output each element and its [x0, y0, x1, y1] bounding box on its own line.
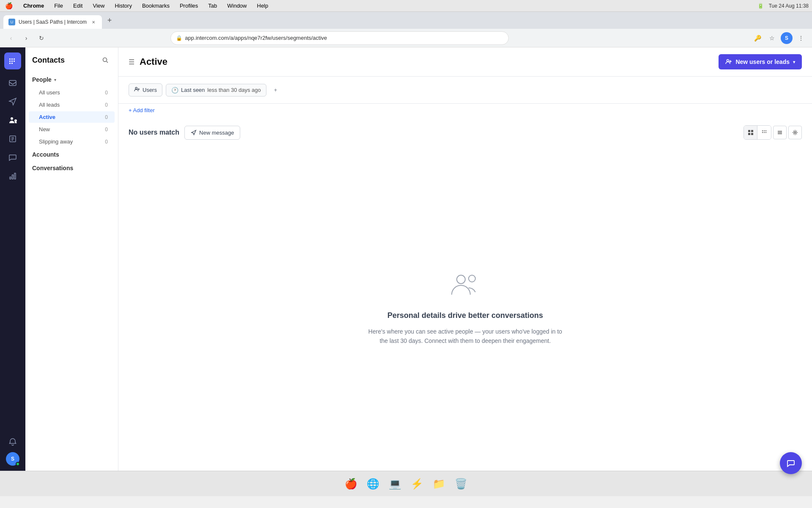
sidebar-item-active[interactable]: Active 0: [29, 111, 115, 123]
battery-icon: 🔋: [757, 3, 764, 9]
address-bar: ‹ › ↻ 🔒 app.intercom.com/a/apps/nqe7r2fw…: [0, 29, 812, 47]
tab-close-button[interactable]: ✕: [90, 19, 97, 25]
all-leads-count: 0: [105, 102, 108, 108]
user-avatar[interactable]: S: [6, 452, 19, 466]
sidebar-people-section[interactable]: People ▾: [25, 73, 118, 86]
svg-point-25: [794, 132, 796, 133]
help-menu[interactable]: Help: [255, 2, 270, 10]
users-filter-label: Users: [143, 87, 157, 93]
book-icon[interactable]: [4, 130, 21, 147]
edit-menu[interactable]: Edit: [71, 2, 84, 10]
chrome-tab-active[interactable]: U Users | SaaS Paths | Intercom ✕: [3, 15, 102, 29]
svg-rect-22: [762, 132, 763, 133]
filter-row: Users 🕐 Last seen less than 30 days ago …: [118, 77, 812, 104]
page-title: Active: [140, 56, 167, 67]
empty-state: Personal details drive better conversati…: [118, 146, 812, 471]
add-filter-link[interactable]: + Add filter: [129, 107, 802, 113]
dock-terminal[interactable]: 💻: [386, 475, 404, 493]
contacts-icon[interactable]: [4, 112, 21, 129]
dock-finder[interactable]: 🍎: [342, 475, 360, 493]
sidebar-header: Contacts: [25, 54, 118, 73]
new-message-button[interactable]: New message: [184, 126, 240, 140]
file-menu[interactable]: File: [52, 2, 65, 10]
profile-avatar[interactable]: S: [781, 32, 793, 44]
users-filter-chip[interactable]: Users: [129, 83, 162, 97]
key-icon[interactable]: 🔑: [752, 32, 764, 44]
svg-rect-1: [11, 58, 13, 60]
view-toggle-group: [743, 125, 771, 140]
empty-state-icon: [450, 272, 480, 304]
new-tab-button[interactable]: +: [104, 14, 115, 26]
bookmark-icon[interactable]: ☆: [766, 32, 778, 44]
main-header-left: ☰ Active: [129, 56, 167, 67]
list-view-button[interactable]: [773, 126, 787, 139]
active-count: 0: [105, 114, 108, 120]
message-icon: [191, 130, 197, 135]
app-logo[interactable]: [4, 52, 21, 69]
settings-icon: [792, 130, 798, 135]
new-users-button[interactable]: New users or leads ▾: [719, 54, 802, 69]
hamburger-icon[interactable]: ☰: [129, 58, 134, 66]
profiles-menu[interactable]: Profiles: [178, 2, 200, 10]
address-bar-controls: 🔑 ☆ S ⋮: [752, 32, 807, 44]
window-menu[interactable]: Window: [225, 2, 248, 10]
tab-title: Users | SaaS Paths | Intercom: [19, 19, 87, 25]
inbox-icon[interactable]: [4, 75, 21, 91]
sidebar-search-button[interactable]: [99, 54, 111, 66]
clock: Tue 24 Aug 11:38: [769, 3, 809, 9]
grid-icon: [748, 130, 754, 135]
last-seen-filter-chip[interactable]: 🕐 Last seen less than 30 days ago: [166, 84, 266, 97]
svg-rect-4: [11, 61, 13, 62]
svg-point-26: [457, 275, 465, 284]
sidebar-accounts[interactable]: Accounts: [25, 148, 118, 161]
icon-rail: S: [0, 47, 25, 471]
users-icon: [725, 58, 732, 65]
sidebar-item-all-users[interactable]: All users 0: [29, 87, 115, 98]
svg-rect-9: [10, 177, 11, 179]
svg-rect-17: [748, 133, 750, 135]
grid-view-button[interactable]: [744, 126, 757, 139]
slipping-away-count: 0: [105, 139, 108, 145]
dock-lightning[interactable]: ⚡: [408, 475, 426, 493]
svg-rect-6: [9, 63, 11, 64]
svg-rect-10: [12, 175, 14, 179]
menu-bar: 🍎 Chrome File Edit View History Bookmark…: [0, 0, 812, 12]
history-menu[interactable]: History: [113, 2, 133, 10]
notification-icon[interactable]: [4, 433, 21, 450]
dropdown-arrow-icon: ▾: [793, 60, 795, 64]
dock-folder[interactable]: 📁: [430, 475, 448, 493]
sidebar-conversations[interactable]: Conversations: [25, 161, 118, 175]
slipping-away-label: Slipping away: [39, 138, 73, 145]
sidebar-item-new[interactable]: New 0: [29, 124, 115, 135]
chrome-menu[interactable]: Chrome: [22, 2, 46, 10]
back-button[interactable]: ‹: [5, 32, 17, 44]
forward-button[interactable]: ›: [20, 32, 32, 44]
apple-menu[interactable]: 🍎: [3, 1, 15, 11]
view-menu[interactable]: View: [91, 2, 106, 10]
sidebar-title: Contacts: [32, 56, 65, 65]
url-bar[interactable]: 🔒 app.intercom.com/a/apps/nqe7r2fw/users…: [170, 31, 509, 45]
tab-menu[interactable]: Tab: [206, 2, 219, 10]
dock-trash[interactable]: 🗑️: [452, 475, 470, 493]
settings-view-button[interactable]: [788, 126, 802, 139]
svg-rect-7: [11, 63, 13, 64]
chat-icon[interactable]: [4, 149, 21, 166]
sidebar-item-slipping-away[interactable]: Slipping away 0: [29, 136, 115, 147]
results-header: No users match New message: [118, 119, 812, 146]
paper-plane-icon[interactable]: [4, 93, 21, 110]
url-text: app.intercom.com/a/apps/nqe7r2fw/users/s…: [185, 35, 327, 41]
bookmarks-menu[interactable]: Bookmarks: [140, 2, 171, 10]
sidebar-item-all-leads[interactable]: All leads 0: [29, 99, 115, 110]
filter-actions-row: + Add filter: [118, 104, 812, 119]
all-leads-label: All leads: [39, 102, 60, 108]
grid-view-button-2[interactable]: [757, 126, 771, 139]
people-label: People: [32, 76, 52, 83]
dock-chrome[interactable]: 🌐: [364, 475, 382, 493]
empty-state-description: Here's where you can see active people —…: [368, 327, 562, 346]
more-icon[interactable]: ⋮: [795, 32, 807, 44]
add-filter-plus-button[interactable]: +: [270, 84, 282, 96]
chart-icon[interactable]: [4, 168, 21, 185]
chat-bubble-button[interactable]: [780, 452, 802, 474]
sidebar: Contacts People ▾ All users 0 All leads …: [25, 47, 118, 471]
refresh-button[interactable]: ↻: [36, 32, 47, 44]
